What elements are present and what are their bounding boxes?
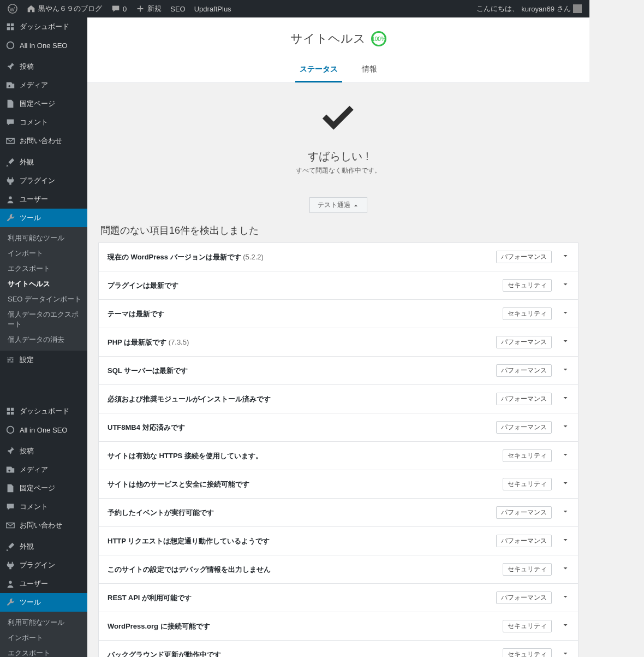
submenu-item-site-health[interactable]: サイトヘルス: [0, 276, 87, 292]
submenu-item-export-personal[interactable]: 個人データのエクスポート: [0, 307, 87, 332]
chevron-down-icon: [562, 394, 569, 404]
chevron-down-icon: [562, 366, 569, 376]
health-check-title: プラグインは最新です: [108, 281, 503, 291]
sidebar-item-dashboard[interactable]: ダッシュボード: [0, 17, 87, 36]
tab-status[interactable]: ステータス: [295, 58, 342, 82]
health-score-circle: 100%: [371, 31, 386, 46]
comments-link[interactable]: 0: [106, 0, 131, 17]
account-link[interactable]: こんにちは、kuroyan69 さん: [472, 0, 586, 17]
seo-link[interactable]: SEO: [166, 0, 189, 17]
health-check-badge: パフォーマンス: [496, 364, 552, 377]
sidebar-item-plugins[interactable]: プラグイン: [0, 171, 87, 190]
submenu-item-available[interactable]: 利用可能なツール: [0, 615, 87, 630]
sidebar-item-dashboard[interactable]: ダッシュボード: [0, 402, 87, 421]
health-check-title: UTF8MB4 対応済みです: [108, 423, 496, 433]
chevron-down-icon: [562, 423, 569, 433]
health-check-item[interactable]: テーマは最新ですセキュリティ: [99, 300, 578, 328]
sidebar-item-aioseo[interactable]: All in One SEO: [0, 421, 87, 439]
comments-count: 0: [123, 5, 127, 13]
health-check-badge: セキュリティ: [503, 478, 552, 490]
site-name-link[interactable]: 黒やん６９のブログ: [22, 0, 106, 17]
sidebar-item-appearance[interactable]: 外観: [0, 537, 87, 556]
status-summary: すばらしい ! すべて問題なく動作中です。: [98, 99, 579, 175]
health-check-item[interactable]: WordPress.org に接続可能ですセキュリティ: [99, 612, 578, 641]
add-new-link[interactable]: 新規: [131, 0, 166, 17]
health-check-item[interactable]: 必須および推奨モジュールがインストール済みですパフォーマンス: [99, 385, 578, 413]
health-check-badge: セキュリティ: [503, 620, 552, 632]
tests-passed-toggle[interactable]: テスト通過: [309, 197, 367, 213]
sidebar-item-label: メディア: [20, 80, 48, 90]
health-check-item[interactable]: 現在の WordPress バージョンは最新です (5.2.2)パフォーマンス: [99, 243, 578, 271]
sidebar-item-label: お問い合わせ: [20, 136, 62, 146]
health-check-item[interactable]: サイトは他のサービスと安全に接続可能ですセキュリティ: [99, 470, 578, 499]
wordpress-icon: [8, 4, 17, 14]
health-check-badge: パフォーマンス: [496, 393, 552, 405]
chevron-down-icon: [562, 480, 569, 489]
sidebar-item-plugins[interactable]: プラグイン: [0, 556, 87, 575]
health-check-item[interactable]: REST API が利用可能ですパフォーマンス: [99, 584, 578, 612]
admin-sidebar: ダッシュボードAll in One SEO投稿メディア固定ページコメントお問い合…: [0, 17, 87, 657]
chevron-up-icon: [353, 202, 359, 209]
sidebar-item-posts[interactable]: 投稿: [0, 57, 87, 76]
sidebar-item-contact[interactable]: お問い合わせ: [0, 132, 87, 150]
sidebar-item-aioseo[interactable]: All in One SEO: [0, 36, 87, 55]
health-check-item[interactable]: SQL サーバーは最新ですパフォーマンス: [99, 357, 578, 385]
submenu-item-erase-personal[interactable]: 個人データの消去: [0, 332, 87, 347]
wp-logo[interactable]: [3, 0, 22, 17]
sidebar-item-label: ダッシュボード: [20, 406, 69, 416]
sidebar-item-label: プラグイン: [20, 176, 55, 186]
sidebar-item-media[interactable]: メディア: [0, 76, 87, 94]
tools-submenu: 利用可能なツールインポートエクスポートサイトヘルスSEO データインポート個人デ…: [0, 612, 87, 657]
sidebar-item-media[interactable]: メディア: [0, 460, 87, 479]
updraft-link[interactable]: UpdraftPlus: [190, 0, 236, 17]
chevron-down-icon: [562, 593, 569, 603]
health-check-item[interactable]: 予約したイベントが実行可能ですパフォーマンス: [99, 499, 578, 527]
sidebar-item-contact[interactable]: お問い合わせ: [0, 516, 87, 535]
submenu-item-export[interactable]: エクスポート: [0, 646, 87, 657]
tab-info[interactable]: 情報: [357, 58, 381, 82]
health-check-badge: セキュリティ: [503, 279, 552, 292]
sidebar-item-appearance[interactable]: 外観: [0, 153, 87, 171]
svg-point-5: [10, 359, 12, 361]
submenu-item-import[interactable]: インポート: [0, 630, 87, 646]
health-check-item[interactable]: UTF8MB4 対応済みですパフォーマンス: [99, 413, 578, 442]
submenu-item-import[interactable]: インポート: [0, 246, 87, 261]
health-check-item[interactable]: HTTP リクエストは想定通り動作しているようですパフォーマンス: [99, 527, 578, 555]
health-check-item[interactable]: バックグラウンド更新が動作中ですセキュリティ: [99, 641, 578, 657]
sidebar-item-label: All in One SEO: [20, 42, 67, 50]
sidebar-item-label: コメント: [20, 502, 48, 512]
sidebar-item-tools[interactable]: ツール: [0, 593, 87, 612]
health-check-item[interactable]: サイトは有効な HTTPS 接続を使用しています。セキュリティ: [99, 442, 578, 470]
sidebar-item-pages[interactable]: 固定ページ: [0, 94, 87, 113]
sidebar-item-pages[interactable]: 固定ページ: [0, 479, 87, 498]
sidebar-item-users[interactable]: ユーザー: [0, 575, 87, 593]
add-new-label: 新規: [147, 4, 162, 14]
health-check-item[interactable]: プラグインは最新ですセキュリティ: [99, 271, 578, 300]
sidebar-item-label: ツール: [20, 213, 41, 223]
sidebar-item-tools[interactable]: ツール: [0, 209, 87, 227]
sidebar-item-comments[interactable]: コメント: [0, 113, 87, 132]
health-check-item[interactable]: このサイトの設定ではデバッグ情報を出力しませんセキュリティ: [99, 555, 578, 584]
chevron-down-icon: [562, 622, 569, 631]
chevron-down-icon: [562, 565, 569, 575]
tools-submenu: 利用可能なツールインポートエクスポートサイトヘルスSEO データインポート個人デ…: [0, 227, 87, 351]
sidebar-item-settings[interactable]: 設定: [0, 351, 87, 369]
admin-toolbar: 黒やん６９のブログ 0 新規 SEO UpdraftPlus こんにちは、kur…: [0, 0, 589, 17]
health-check-badge: パフォーマンス: [496, 506, 552, 519]
sidebar-item-posts[interactable]: 投稿: [0, 442, 87, 460]
submenu-item-export[interactable]: エクスポート: [0, 261, 87, 276]
submenu-item-seo-import[interactable]: SEO データインポート: [0, 292, 87, 307]
sidebar-item-comments[interactable]: コメント: [0, 498, 87, 516]
health-check-title: 予約したイベントが実行可能です: [108, 508, 496, 518]
health-check-title: 必須および推奨モジュールがインストール済みです: [108, 394, 496, 404]
health-check-title: テーマは最新です: [108, 309, 503, 319]
health-check-item[interactable]: PHP は最新版です (7.3.5)パフォーマンス: [99, 328, 578, 357]
submenu-item-available[interactable]: 利用可能なツール: [0, 230, 87, 246]
checkmark-icon: [98, 99, 579, 144]
sidebar-item-users[interactable]: ユーザー: [0, 190, 87, 209]
health-check-title: このサイトの設定ではデバッグ情報を出力しません: [108, 565, 503, 575]
health-check-badge: パフォーマンス: [496, 591, 552, 604]
status-subtitle: すべて問題なく動作中です。: [98, 166, 579, 175]
health-check-badge: パフォーマンス: [496, 336, 552, 348]
sidebar-item-label: 投稿: [20, 446, 34, 456]
